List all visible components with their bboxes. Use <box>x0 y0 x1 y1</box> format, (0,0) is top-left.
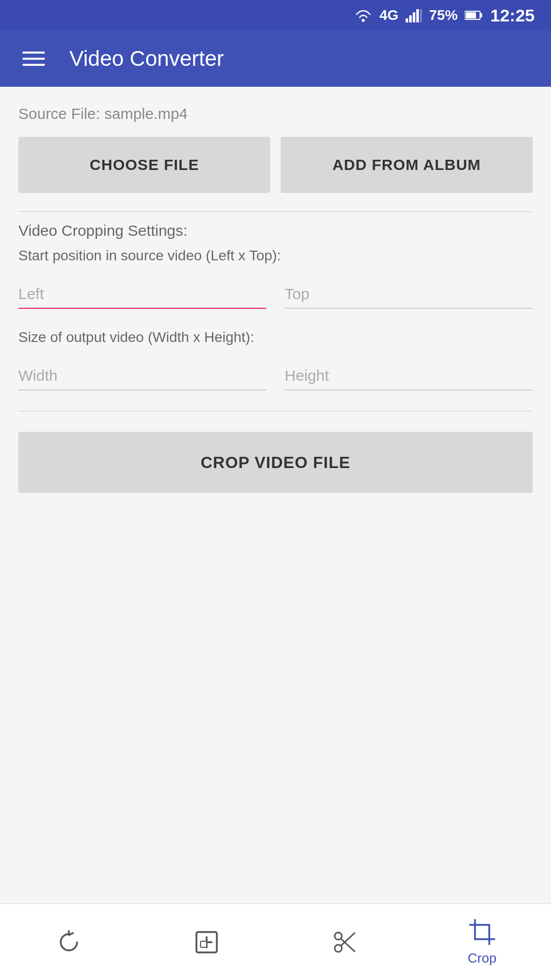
add-from-album-button[interactable]: ADD FROM ALBUM <box>281 137 533 193</box>
divider-1 <box>18 211 533 212</box>
nav-item-convert[interactable] <box>0 928 138 957</box>
main-content: Source File: sample.mp4 CHOOSE FILE ADD … <box>0 87 551 503</box>
top-input[interactable] <box>285 280 533 309</box>
choose-file-button[interactable]: CHOOSE FILE <box>18 137 270 193</box>
svg-rect-12 <box>201 941 207 947</box>
svg-rect-1 <box>406 18 408 22</box>
start-position-label: Start position in source video (Left x T… <box>18 248 533 264</box>
svg-point-0 <box>362 19 365 22</box>
svg-rect-2 <box>409 15 412 22</box>
file-buttons-row: CHOOSE FILE ADD FROM ALBUM <box>18 137 533 193</box>
svg-rect-5 <box>420 9 422 22</box>
height-input[interactable] <box>285 362 533 390</box>
svg-rect-7 <box>480 13 482 17</box>
wifi-icon <box>354 8 372 22</box>
battery-icon <box>465 10 483 21</box>
svg-rect-8 <box>466 12 476 18</box>
svg-rect-4 <box>416 9 419 22</box>
add-box-icon <box>192 928 221 957</box>
cropping-settings-title: Video Cropping Settings: <box>18 222 533 239</box>
nav-label-crop: Crop <box>468 950 496 966</box>
divider-2 <box>18 411 533 411</box>
width-input[interactable] <box>18 362 266 390</box>
size-inputs-row <box>18 362 533 390</box>
position-inputs-row <box>18 280 533 309</box>
left-input-wrap <box>18 280 266 309</box>
cut-icon <box>330 928 359 957</box>
svg-line-16 <box>341 939 355 951</box>
app-title: Video Converter <box>69 46 224 71</box>
network-label: 4G <box>380 7 398 23</box>
output-size-label: Size of output video (Width x Height): <box>18 329 533 346</box>
crop-active-icon <box>468 918 496 946</box>
nav-item-cut[interactable] <box>276 928 413 957</box>
nav-item-add[interactable] <box>138 928 276 957</box>
refresh-icon <box>55 928 83 957</box>
crop-video-button[interactable]: CROP VIDEO FILE <box>18 432 533 493</box>
svg-line-15 <box>341 933 355 946</box>
status-icons: 4G 75% 12:25 <box>354 6 535 26</box>
signal-icon <box>406 8 422 22</box>
height-input-wrap <box>285 362 533 390</box>
battery-label: 75% <box>429 7 458 23</box>
bottom-nav: Crop <box>0 903 551 980</box>
app-bar: Video Converter <box>0 31 551 87</box>
nav-item-crop[interactable]: Crop <box>413 918 551 966</box>
width-input-wrap <box>18 362 266 390</box>
left-input[interactable] <box>18 280 266 309</box>
menu-button[interactable] <box>18 47 49 70</box>
status-bar: 4G 75% 12:25 <box>0 0 551 31</box>
svg-rect-3 <box>413 12 415 22</box>
time-display: 12:25 <box>490 6 535 26</box>
source-file-label: Source File: sample.mp4 <box>18 105 533 122</box>
top-input-wrap <box>285 280 533 309</box>
